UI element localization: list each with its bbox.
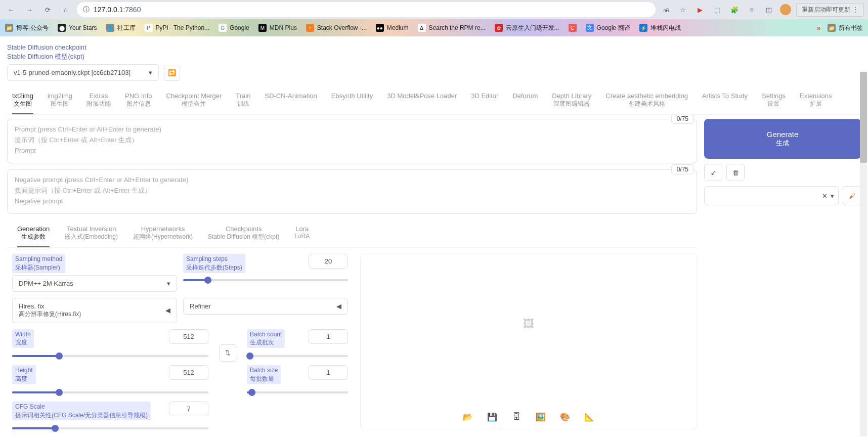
ext-icon-1[interactable]: ▶ xyxy=(694,4,706,16)
batch-count-input[interactable]: 1 xyxy=(309,329,348,344)
output-gallery: 🖼 📂 💾 🗄 🖼️ 🎨 📐 xyxy=(360,254,697,429)
bookmark-item[interactable]: 文Google 翻译 xyxy=(586,24,630,32)
bookmark-item[interactable]: ⬤Your Stars xyxy=(58,24,97,32)
profile-avatar[interactable] xyxy=(780,4,791,15)
swap-dimensions-button[interactable]: ⇅ xyxy=(219,344,236,362)
bookmark-item[interactable]: 📁博客-公众号 xyxy=(5,24,49,32)
all-bookmarks[interactable]: 📁所有书签 xyxy=(828,24,863,32)
sampler-label: Sampling method 采样器(Sampler) xyxy=(12,254,65,273)
subtab-lora[interactable]: LoraLoRA xyxy=(294,223,310,247)
main-tabs: txt2img文生图img2img图生图Extras附加功能PNG Info图片… xyxy=(7,86,861,115)
reload-button[interactable]: ⟳ xyxy=(40,3,55,17)
bookmark-item[interactable]: 🌐社工库 xyxy=(106,24,136,32)
bookmark-item[interactable]: GGoogle xyxy=(219,24,249,32)
tab-sd-cn-animation[interactable]: SD-CN-Animation xyxy=(265,90,317,114)
zip-button[interactable]: 🗄 xyxy=(509,410,524,424)
refiner-label: Refiner xyxy=(190,302,211,310)
stackblitz-icon: ⚡ xyxy=(639,24,647,32)
bookmark-item[interactable]: ●●Medium xyxy=(376,24,409,32)
subtab-generation[interactable]: Generation生成参数 xyxy=(17,223,50,247)
width-input[interactable]: 512 xyxy=(169,329,208,344)
subtab-hypernetworks[interactable]: Hypernetworks超网络(Hypernetwork) xyxy=(133,223,193,247)
c-icon: C xyxy=(569,24,577,32)
batch-size-input[interactable]: 1 xyxy=(309,365,348,380)
tab-3d-model-pose-loader[interactable]: 3D Model&Pose Loader xyxy=(387,90,457,114)
tab-create-aesthetic-embedding[interactable]: Create aesthetic embedding创建美术风格 xyxy=(605,90,688,114)
scrollbar-thumb[interactable] xyxy=(860,72,867,163)
cfg-input[interactable]: 7 xyxy=(169,402,208,416)
tab-extensions[interactable]: Extensions扩展 xyxy=(800,90,832,114)
hires-fix-accordion[interactable]: Hires. fix高分辨率修复(Hires.fix) ◀ xyxy=(12,298,177,323)
image-placeholder-icon: 🖼 xyxy=(523,318,534,331)
steps-slider[interactable] xyxy=(183,279,348,281)
open-folder-button[interactable]: 📂 xyxy=(461,410,475,424)
tab-train[interactable]: Train训练 xyxy=(236,90,250,114)
close-icon[interactable]: ✕ xyxy=(822,192,828,200)
tab-depth-library[interactable]: Depth Library深度图编辑器 xyxy=(552,90,591,114)
vertical-scrollbar[interactable] xyxy=(860,72,867,436)
cfg-slider[interactable] xyxy=(12,427,208,429)
send-img2img-button[interactable]: 🖼️ xyxy=(534,410,548,424)
subtab-textual-inversion[interactable]: Textual Inversion嵌入式(Embedding) xyxy=(65,223,118,247)
save-button[interactable]: 💾 xyxy=(485,410,499,424)
batch-count-slider[interactable] xyxy=(247,355,348,357)
refresh-checkpoint-button[interactable]: 🔁 xyxy=(164,65,180,81)
bookmark-item[interactable]: MMDN Plus xyxy=(258,24,297,32)
back-button[interactable]: ← xyxy=(4,3,18,17)
translate-icon[interactable]: 🗚 xyxy=(660,4,672,16)
tab-artists-to-study[interactable]: Artists To Study xyxy=(702,90,748,114)
ext-icon-3[interactable]: ≡ xyxy=(746,4,758,16)
ext-icon-4[interactable]: ◫ xyxy=(763,4,775,16)
tab-checkpoint-merger[interactable]: Checkpoint Merger模型合并 xyxy=(166,90,222,114)
width-slider[interactable] xyxy=(12,355,208,357)
prompt-input[interactable]: Prompt (press Ctrl+Enter or Alt+Enter to… xyxy=(7,119,697,163)
tab-png-info[interactable]: PNG Info图片信息 xyxy=(125,90,152,114)
batch-size-label: Batch size每批数量 xyxy=(247,365,281,384)
neg-placeholder-short: Negative prompt xyxy=(15,196,689,207)
extensions-icon[interactable]: 🧩 xyxy=(728,4,741,16)
batch-count-label: Batch count生成批次 xyxy=(247,329,285,348)
checkpoint-select[interactable]: v1-5-pruned-emaonly.ckpt [cc6cb27103] ▾ xyxy=(7,64,159,81)
update-button[interactable]: 重新启动即可更新⋮ xyxy=(796,3,864,17)
bookmark-star-icon[interactable]: ☆ xyxy=(677,4,689,16)
width-label: Width宽度 xyxy=(12,329,34,348)
prompt-placeholder-short: Prompt xyxy=(15,146,689,156)
generate-button[interactable]: Generate 生成 xyxy=(704,119,861,159)
refiner-accordion[interactable]: Refiner ◀ xyxy=(183,298,348,315)
bookmark-overflow[interactable]: » xyxy=(817,24,820,32)
bookmark-item[interactable]: ✿云原生入门级开发... xyxy=(495,24,559,32)
url-bar[interactable]: ⓘ 127.0.0.1:7860 xyxy=(77,2,656,17)
send-inpaint-button[interactable]: 🎨 xyxy=(558,410,572,424)
edit-styles-button[interactable]: 🖌 xyxy=(843,186,861,205)
negative-prompt-input[interactable]: Negative prompt (press Ctrl+Enter or Alt… xyxy=(7,169,697,214)
height-input[interactable]: 512 xyxy=(169,365,208,380)
tab-txt2img[interactable]: txt2img文生图 xyxy=(12,90,33,114)
prompt-placeholder-en: Prompt (press Ctrl+Enter or Alt+Enter to… xyxy=(15,124,689,135)
home-button[interactable]: ⌂ xyxy=(59,3,73,17)
forward-button[interactable]: → xyxy=(22,3,36,17)
tab-settings[interactable]: Settings设置 xyxy=(762,90,786,114)
sampler-select[interactable]: DPM++ 2M Karras ▾ xyxy=(12,275,177,292)
bookmark-item[interactable]: ΔSearch the RPM re... xyxy=(418,24,486,32)
clear-button[interactable]: 🗑 xyxy=(726,164,745,181)
subtab-checkpoints[interactable]: CheckpointsStable Diffusion 模型(ckpt) xyxy=(208,223,279,247)
tab-img2img[interactable]: img2img图生图 xyxy=(48,90,72,114)
chevron-down-icon: ▾ xyxy=(149,69,152,76)
bookmark-item[interactable]: ≡Stack Overflow -... xyxy=(306,24,367,32)
ext-icon-2[interactable]: ⬚ xyxy=(711,4,723,16)
batch-size-slider[interactable] xyxy=(247,391,348,393)
bookmark-item[interactable]: C xyxy=(569,24,577,32)
bookmark-item[interactable]: ⚡堆栈闪电战 xyxy=(639,24,681,32)
bookmark-item[interactable]: PPyPI · The Python... xyxy=(145,24,210,32)
tab-3d-editor[interactable]: 3D Editor xyxy=(471,90,498,114)
interrogate-button[interactable]: ↙ xyxy=(704,164,722,181)
tab-extras[interactable]: Extras附加功能 xyxy=(86,90,111,114)
tab-deforum[interactable]: Deforum xyxy=(512,90,538,114)
bookmarks-bar: 📁博客-公众号 ⬤Your Stars 🌐社工库 PPyPI · The Pyt… xyxy=(0,19,868,36)
steps-input[interactable]: 20 xyxy=(309,254,348,269)
styles-select[interactable]: ✕ ▾ xyxy=(704,186,839,205)
tab-ebsynth-utility[interactable]: Ebsynth Utility xyxy=(331,90,373,114)
height-slider[interactable] xyxy=(12,391,208,393)
globe-icon: 🌐 xyxy=(106,24,114,32)
send-extras-button[interactable]: 📐 xyxy=(582,410,596,424)
